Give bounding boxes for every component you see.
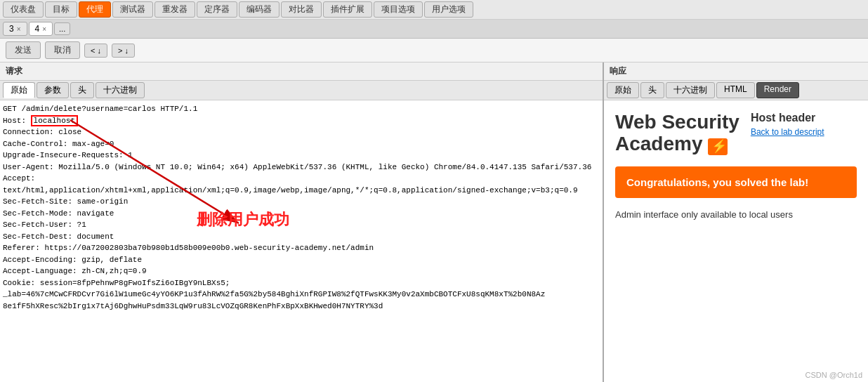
toolbar-btn-sequencer[interactable]: 定序器 bbox=[197, 1, 237, 18]
prev-button[interactable]: < ↓ bbox=[84, 44, 107, 58]
toolbar-btn-target[interactable]: 目标 bbox=[45, 1, 77, 18]
tab-3-close[interactable]: × bbox=[17, 25, 21, 33]
response-tabs: 原始 头 十六进制 HTML Render bbox=[604, 81, 868, 100]
main-container: 仪表盘 目标 代理 测试器 重发器 定序器 编码器 对比器 插件扩展 项目选项 … bbox=[0, 0, 868, 382]
request-text: GET /admin/delete?username=carlos HTTP/1… bbox=[3, 103, 600, 312]
toolbar-btn-extensions[interactable]: 插件扩展 bbox=[323, 1, 372, 18]
request-panel: 请求 原始 参数 头 十六进制 GET /admin/delete?userna… bbox=[0, 62, 604, 382]
ws-logo-line2: Academy bbox=[615, 133, 703, 154]
admin-notice-text: Admin interface only available to local … bbox=[615, 209, 793, 220]
resp-tab-headers[interactable]: 头 bbox=[640, 82, 664, 98]
toolbar-btn-repeater[interactable]: 重发器 bbox=[154, 1, 195, 18]
response-content: Web Security Academy ⚡ Host header Back … bbox=[604, 100, 868, 382]
footer-credit: CSDN @Orch1d bbox=[805, 371, 862, 379]
toolbar-btn-encoder[interactable]: 编码器 bbox=[239, 1, 280, 18]
admin-notice: Admin interface only available to local … bbox=[615, 209, 857, 220]
toolbar-btn-dashboard[interactable]: 仪表盘 bbox=[3, 1, 44, 18]
response-panel-label: 响应 bbox=[604, 62, 868, 81]
toolbar-btn-tester[interactable]: 测试器 bbox=[112, 1, 153, 18]
cancel-button[interactable]: 取消 bbox=[45, 41, 80, 59]
content-area: 请求 原始 参数 头 十六进制 GET /admin/delete?userna… bbox=[0, 62, 868, 382]
ws-logo-text-line1: Web Security Academy ⚡ bbox=[615, 112, 739, 155]
toolbar-btn-user-options[interactable]: 用户选项 bbox=[424, 1, 473, 18]
ws-header-right: Host header Back to lab descript bbox=[751, 112, 824, 137]
tab-3[interactable]: 3 × bbox=[3, 22, 27, 36]
tab-4-close[interactable]: × bbox=[42, 25, 46, 33]
congratulations-box: Congratulations, you solved the lab! bbox=[615, 166, 857, 198]
req-tab-raw[interactable]: 原始 bbox=[3, 82, 35, 98]
ws-logo-icon: ⚡ bbox=[708, 138, 728, 155]
tab-3-label: 3 bbox=[9, 24, 14, 34]
resp-tab-raw[interactable]: 原始 bbox=[607, 82, 639, 98]
tab-4[interactable]: 4 × bbox=[29, 22, 53, 36]
next-button[interactable]: > ↓ bbox=[112, 44, 135, 58]
resp-tab-hex[interactable]: 十六进制 bbox=[666, 82, 715, 98]
tab-bar: 3 × 4 × ... bbox=[0, 20, 868, 39]
resp-tab-render[interactable]: Render bbox=[756, 82, 799, 98]
req-tab-hex[interactable]: 十六进制 bbox=[96, 82, 145, 98]
top-toolbar: 仪表盘 目标 代理 测试器 重发器 定序器 编码器 对比器 插件扩展 项目选项 … bbox=[0, 0, 868, 20]
request-panel-label: 请求 bbox=[0, 62, 603, 81]
resp-tab-html[interactable]: HTML bbox=[716, 82, 755, 98]
ws-logo: Web Security Academy ⚡ bbox=[615, 112, 739, 155]
action-bar: 发送 取消 < ↓ > ↓ bbox=[0, 39, 868, 62]
response-panel: 响应 原始 头 十六进制 HTML Render Web Security Ac… bbox=[604, 62, 868, 382]
toolbar-btn-comparer[interactable]: 对比器 bbox=[281, 1, 322, 18]
send-button[interactable]: 发送 bbox=[6, 41, 41, 59]
req-tab-params[interactable]: 参数 bbox=[37, 82, 69, 98]
localhost-highlight: localhost bbox=[31, 115, 78, 126]
ws-logo-line1: Web Security bbox=[615, 111, 739, 133]
tab-4-label: 4 bbox=[35, 24, 40, 34]
toolbar-btn-project-options[interactable]: 项目选项 bbox=[374, 1, 423, 18]
request-content[interactable]: GET /admin/delete?username=carlos HTTP/1… bbox=[0, 100, 603, 382]
ws-academy-header: Web Security Academy ⚡ Host header Back … bbox=[615, 112, 857, 155]
ws-header-subtitle[interactable]: Back to lab descript bbox=[751, 127, 824, 137]
congratulations-text: Congratulations, you solved the lab! bbox=[626, 176, 808, 188]
request-tabs: 原始 参数 头 十六进制 bbox=[0, 81, 603, 100]
toolbar-btn-proxy[interactable]: 代理 bbox=[79, 1, 111, 18]
tab-more[interactable]: ... bbox=[54, 22, 70, 35]
req-tab-headers[interactable]: 头 bbox=[70, 82, 94, 98]
ws-header-title: Host header bbox=[751, 112, 824, 124]
